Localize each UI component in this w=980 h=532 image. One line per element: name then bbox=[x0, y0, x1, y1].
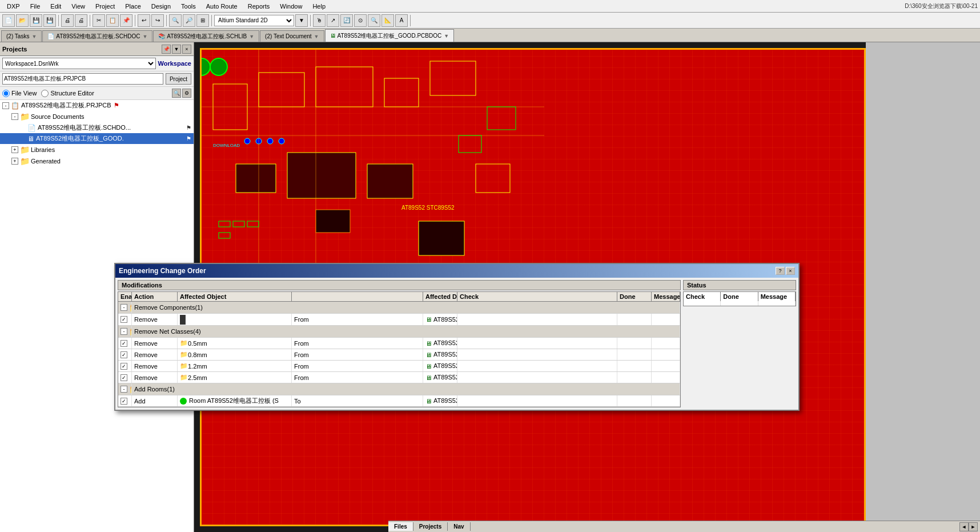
pcb-doc-icon-4: 🖥 bbox=[425, 363, 432, 370]
remove-08mm-obj-icon: 📁 bbox=[180, 351, 188, 358]
add-room-doc-text: AT89S52维电器工控板_GOOD. bbox=[433, 397, 457, 405]
remove-component-done bbox=[617, 314, 652, 325]
remove-12mm-doc: 🖥 AT89S52维电器工控板_GOOD. bbox=[423, 361, 457, 371]
remove-component-doc: 🖥 AT89S52维电器工控板_GOOD. bbox=[423, 314, 457, 325]
remove-component-check bbox=[457, 314, 617, 325]
remove-08mm-action: Remove bbox=[132, 349, 178, 360]
add-room-obj-text: Room AT89S52维电器工控板 (S bbox=[189, 397, 279, 405]
remove-25mm-doc-text: AT89S52维电器工控板_GOOD. bbox=[433, 373, 457, 382]
remove-component-msg bbox=[652, 314, 680, 325]
col-header-affected-obj: Affected Object bbox=[178, 292, 292, 301]
remove-component-enable[interactable]: ✓ bbox=[118, 314, 132, 325]
remove-05mm-doc-text: AT89S52维电器工控板_GOOD. bbox=[433, 339, 457, 347]
col-header-affected-doc: Affected Document bbox=[423, 292, 457, 301]
group-netclasses-toggle-cell[interactable]: - 📁 bbox=[118, 326, 132, 337]
remove-05mm-doc: 🖥 AT89S52维电器工控板_GOOD. bbox=[423, 338, 457, 349]
remove-08mm-check bbox=[457, 349, 617, 360]
add-room-checkbox[interactable]: ✓ bbox=[121, 398, 127, 405]
remove-08mm-doc: 🖥 AT89S52维电器工控板_GOOD. bbox=[423, 349, 457, 360]
remove-component-obj-icon: █ bbox=[180, 315, 186, 324]
modifications-section: Modifications Enable ▼ Action Affected O… bbox=[118, 280, 681, 407]
status-col-check: Check bbox=[684, 292, 721, 301]
status-empty-6 bbox=[758, 303, 796, 306]
remove-component-checkbox[interactable]: ✓ bbox=[121, 316, 127, 323]
add-room-done bbox=[617, 395, 652, 406]
dialog-title-controls: ? × bbox=[776, 267, 795, 275]
remove-05mm-enable[interactable]: ✓ bbox=[118, 338, 132, 349]
pcb-doc-icon-2: 🖥 bbox=[425, 340, 432, 347]
pcb-doc-icon-1: 🖥 bbox=[425, 316, 432, 323]
table-row-remove-12mm: ✓ Remove 📁 1.2mm From 🖥 AT89S52维电器工控板_GO… bbox=[118, 361, 680, 372]
add-room-obj: Room AT89S52维电器工控板 (S bbox=[178, 395, 292, 406]
status-col-message: Message bbox=[758, 292, 796, 301]
group-rooms-toggle-cell[interactable]: - 📁 bbox=[118, 383, 132, 395]
remove-12mm-msg bbox=[652, 361, 680, 371]
col-header-message: Message bbox=[652, 292, 680, 301]
remove-12mm-obj-icon: 📁 bbox=[180, 362, 188, 370]
table-wrapper: Enable ▼ Action Affected Object Affected… bbox=[118, 291, 681, 407]
group-netclasses-action: Remove Net Classes(4) bbox=[132, 326, 680, 337]
eco-dialog: Engineering Change Order ? × Modificatio… bbox=[114, 263, 800, 411]
remove-25mm-obj: 📁 2.5mm bbox=[178, 372, 292, 383]
remove-12mm-obj-text: 1.2mm bbox=[188, 363, 207, 370]
remove-08mm-checkbox[interactable]: ✓ bbox=[121, 351, 127, 358]
remove-25mm-obj-text: 2.5mm bbox=[188, 374, 207, 381]
remove-25mm-obj-icon: 📁 bbox=[180, 374, 188, 381]
table-header-row: Enable ▼ Action Affected Object Affected… bbox=[118, 292, 680, 302]
remove-05mm-checkbox[interactable]: ✓ bbox=[121, 340, 127, 347]
remove-component-action: Remove bbox=[132, 314, 178, 325]
col-header-enable: Enable ▼ bbox=[118, 292, 132, 301]
remove-05mm-check bbox=[457, 338, 617, 349]
dialog-help-btn[interactable]: ? bbox=[776, 267, 785, 275]
modifications-header: Modifications bbox=[118, 280, 681, 290]
remove-12mm-doc-text: AT89S52维电器工控板_GOOD. bbox=[433, 362, 457, 370]
table-row-group-rooms: - 📁 Add Rooms(1) bbox=[118, 383, 680, 395]
remove-12mm-checkbox[interactable]: ✓ bbox=[121, 363, 127, 370]
group-components-toggle[interactable]: - bbox=[121, 304, 127, 311]
status-header: Status bbox=[683, 280, 796, 290]
add-room-doc: 🖥 AT89S52维电器工控板_GOOD. bbox=[423, 395, 457, 406]
dialog-title-bar: Engineering Change Order ? × bbox=[115, 264, 798, 278]
pcb-doc-icon-3: 🖥 bbox=[425, 351, 432, 358]
remove-05mm-msg bbox=[652, 338, 680, 349]
add-room-obj-icon bbox=[180, 398, 187, 405]
group-components-toggle-cell[interactable]: - 📁 bbox=[118, 302, 132, 313]
remove-08mm-done bbox=[617, 349, 652, 360]
remove-12mm-enable[interactable]: ✓ bbox=[118, 361, 132, 371]
remove-25mm-doc: 🖥 AT89S52维电器工控板_GOOD. bbox=[423, 372, 457, 383]
status-table: Check Done Message bbox=[683, 291, 796, 306]
add-room-check bbox=[457, 395, 617, 406]
add-room-enable[interactable]: ✓ bbox=[118, 395, 132, 406]
enable-header-text: Enable bbox=[121, 293, 132, 300]
remove-12mm-done bbox=[617, 361, 652, 371]
group-rooms-toggle[interactable]: - bbox=[121, 386, 127, 393]
add-room-dir: To bbox=[292, 395, 423, 406]
group-netclasses-toggle[interactable]: - bbox=[121, 328, 127, 335]
remove-05mm-done bbox=[617, 338, 652, 349]
dialog-close-btn[interactable]: × bbox=[786, 267, 795, 275]
table-row-remove-component: ✓ Remove █ From 🖥 AT89S52维电器工控板_GOOD. bbox=[118, 314, 680, 326]
add-room-action: Add bbox=[132, 395, 178, 406]
status-empty-4 bbox=[684, 303, 721, 306]
remove-08mm-doc-text: AT89S52维电器工控板_GOOD. bbox=[433, 350, 457, 359]
remove-25mm-check bbox=[457, 372, 617, 383]
remove-08mm-enable[interactable]: ✓ bbox=[118, 349, 132, 360]
status-empty-5 bbox=[721, 303, 758, 306]
remove-05mm-dir: From bbox=[292, 338, 423, 349]
col-header-check: Check bbox=[457, 292, 617, 301]
dialog-main: Modifications Enable ▼ Action Affected O… bbox=[118, 280, 796, 407]
table-row-remove-08mm: ✓ Remove 📁 0.8mm From 🖥 AT89S52维电器工控板_GO… bbox=[118, 349, 680, 361]
table-row-group-netclasses: - 📁 Remove Net Classes(4) bbox=[118, 326, 680, 338]
remove-25mm-enable[interactable]: ✓ bbox=[118, 372, 132, 383]
remove-component-doc-text: AT89S52维电器工控板_GOOD. bbox=[433, 315, 457, 324]
remove-25mm-msg bbox=[652, 372, 680, 383]
remove-25mm-action: Remove bbox=[132, 372, 178, 383]
status-section: Status Check Done Message bbox=[683, 280, 796, 407]
remove-component-obj: █ bbox=[178, 314, 292, 325]
col-header-done: Done bbox=[617, 292, 652, 301]
status-col-done: Done bbox=[721, 292, 758, 301]
remove-12mm-dir: From bbox=[292, 361, 423, 371]
remove-08mm-dir: From bbox=[292, 349, 423, 360]
remove-08mm-obj: 📁 0.8mm bbox=[178, 349, 292, 360]
remove-25mm-checkbox[interactable]: ✓ bbox=[121, 374, 127, 381]
